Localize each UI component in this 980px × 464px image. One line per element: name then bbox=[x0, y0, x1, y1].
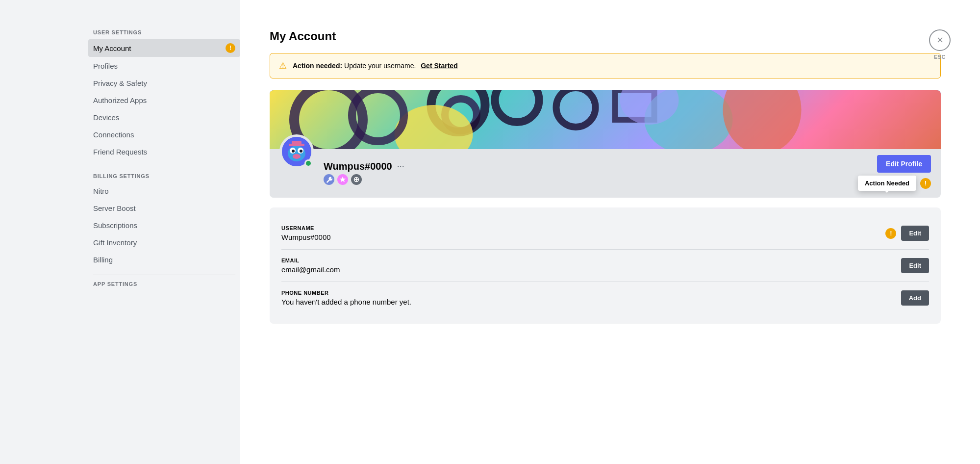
main-content: ✕ ESC My Account ⚠ Action needed: Update… bbox=[240, 0, 980, 464]
action-badge-icon: ! bbox=[226, 43, 235, 53]
svg-point-5 bbox=[723, 90, 802, 149]
sidebar-item-label: Authorized Apps bbox=[93, 96, 147, 104]
username-row: USERNAME Wumpus#0000 ! Edit bbox=[281, 217, 929, 250]
profile-card: Wumpus#0000 ··· bbox=[270, 90, 941, 198]
sidebar-item-label: Friend Requests bbox=[93, 148, 147, 156]
banner-art bbox=[270, 90, 941, 149]
sidebar-item-billing[interactable]: Billing bbox=[88, 252, 240, 268]
profile-name-area: Wumpus#0000 ··· bbox=[324, 161, 404, 185]
more-options-button[interactable]: ··· bbox=[397, 161, 404, 172]
sidebar-item-label: Server Boost bbox=[93, 204, 136, 212]
email-row: EMAIL email@gmail.com Edit bbox=[281, 250, 929, 282]
sidebar-item-authorized-apps[interactable]: Authorized Apps bbox=[88, 92, 240, 108]
sidebar-item-nitro[interactable]: Nitro bbox=[88, 183, 240, 199]
svg-rect-16 bbox=[289, 144, 304, 146]
svg-point-12 bbox=[292, 150, 295, 153]
close-icon[interactable]: ✕ bbox=[929, 29, 951, 51]
svg-point-9 bbox=[288, 146, 305, 161]
warning-icon: ⚠ bbox=[279, 60, 287, 71]
sidebar-item-devices[interactable]: Devices bbox=[88, 109, 240, 126]
username-value: Wumpus#0000 bbox=[281, 233, 331, 241]
action-banner: ⚠ Action needed: Update your username. G… bbox=[270, 53, 941, 78]
badge-wrench bbox=[324, 174, 334, 185]
sidebar-item-server-boost[interactable]: Server Boost bbox=[88, 200, 240, 216]
sidebar-item-label: Nitro bbox=[93, 187, 109, 195]
sidebar-item-label: Gift Inventory bbox=[93, 238, 137, 247]
sidebar-item-connections[interactable]: Connections bbox=[88, 127, 240, 143]
svg-point-13 bbox=[300, 150, 302, 153]
profile-username-row: Wumpus#0000 ··· bbox=[324, 161, 404, 172]
profile-badges bbox=[324, 174, 404, 185]
profile-info-row: Wumpus#0000 ··· bbox=[270, 149, 941, 198]
phone-field: PHONE NUMBER You haven't added a phone n… bbox=[281, 290, 411, 306]
profile-action-area: Edit Profile Action Needed ! bbox=[858, 155, 931, 191]
sidebar-item-label: My Account bbox=[93, 44, 131, 52]
sidebar-divider-billing bbox=[93, 167, 235, 167]
username-warning-icon: ! bbox=[885, 228, 896, 239]
sidebar-divider-app bbox=[93, 275, 235, 275]
action-needed-tooltip: Action Needed bbox=[858, 176, 916, 191]
svg-point-14 bbox=[293, 154, 301, 159]
billing-settings-section-label: BILLING SETTINGS bbox=[88, 173, 240, 179]
sidebar-item-label: Devices bbox=[93, 113, 119, 122]
edit-profile-button[interactable]: Edit Profile bbox=[877, 155, 931, 173]
user-settings-section-label: USER SETTINGS bbox=[88, 29, 240, 35]
badge-boost bbox=[337, 174, 348, 185]
action-warning-icon: ! bbox=[920, 178, 931, 189]
phone-label: PHONE NUMBER bbox=[281, 290, 411, 296]
sidebar-item-gift-inventory[interactable]: Gift Inventory bbox=[88, 234, 240, 251]
page-title: My Account bbox=[270, 29, 941, 43]
phone-add-button[interactable]: Add bbox=[901, 290, 929, 306]
username-edit-button[interactable]: Edit bbox=[901, 226, 929, 241]
sidebar-item-label: Profiles bbox=[93, 62, 118, 70]
email-value: email@gmail.com bbox=[281, 265, 340, 274]
phone-actions: Add bbox=[901, 290, 929, 306]
sidebar-item-friend-requests[interactable]: Friend Requests bbox=[88, 144, 240, 160]
sidebar-item-privacy-safety[interactable]: Privacy & Safety bbox=[88, 75, 240, 91]
email-label: EMAIL bbox=[281, 258, 340, 263]
action-banner-text: Action needed: Update your username. Get… bbox=[293, 62, 458, 70]
username-actions: ! Edit bbox=[885, 226, 929, 241]
sidebar-item-profiles[interactable]: Profiles bbox=[88, 58, 240, 74]
sidebar: USER SETTINGS My Account ! Profiles Priv… bbox=[0, 0, 240, 464]
sidebar-item-label: Connections bbox=[93, 130, 134, 139]
svg-point-2 bbox=[556, 90, 596, 127]
online-status-dot bbox=[304, 159, 312, 167]
badge-circle bbox=[351, 174, 362, 185]
avatar-wrapper bbox=[279, 134, 314, 169]
profile-banner bbox=[270, 90, 941, 149]
username-label: USERNAME bbox=[281, 225, 331, 231]
svg-point-6 bbox=[395, 105, 473, 149]
sidebar-item-label: Subscriptions bbox=[93, 221, 137, 230]
sidebar-item-my-account[interactable]: My Account ! bbox=[88, 39, 240, 57]
svg-point-1 bbox=[495, 90, 539, 122]
account-info-card: USERNAME Wumpus#0000 ! Edit EMAIL email@… bbox=[270, 207, 941, 324]
email-field: EMAIL email@gmail.com bbox=[281, 258, 340, 274]
app-settings-section-label: APP SETTINGS bbox=[88, 281, 240, 287]
sidebar-item-label: Billing bbox=[93, 256, 113, 264]
profile-username: Wumpus#0000 bbox=[324, 161, 392, 172]
get-started-link[interactable]: Get Started bbox=[421, 62, 457, 70]
username-field: USERNAME Wumpus#0000 bbox=[281, 225, 331, 241]
action-needed-area: Action Needed ! bbox=[858, 176, 931, 191]
esc-button[interactable]: ✕ ESC bbox=[929, 29, 951, 60]
phone-value: You haven't added a phone number yet. bbox=[281, 298, 411, 306]
email-actions: Edit bbox=[901, 258, 929, 273]
esc-label: ESC bbox=[934, 54, 946, 60]
phone-row: PHONE NUMBER You haven't added a phone n… bbox=[281, 282, 929, 314]
sidebar-item-subscriptions[interactable]: Subscriptions bbox=[88, 217, 240, 233]
email-edit-button[interactable]: Edit bbox=[901, 258, 929, 273]
sidebar-item-label: Privacy & Safety bbox=[93, 79, 147, 87]
